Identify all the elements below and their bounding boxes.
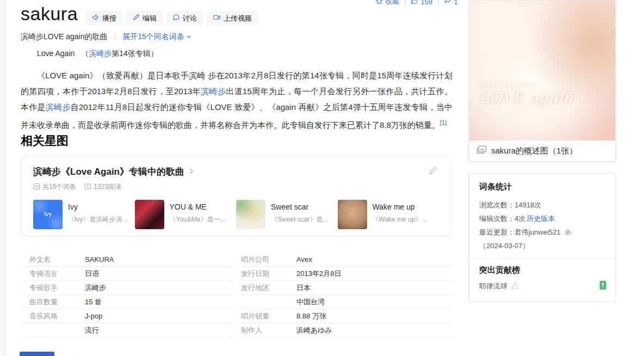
info-column-left: 外文名SAKURA 专辑语言日语 专辑歌手滨崎步 曲目数量15 首 音乐风格J-…	[21, 253, 232, 337]
starmap-item-wake-me-up[interactable]: Wake me up 《Wake me up》...	[338, 200, 439, 229]
favorite-button[interactable]: 收藏	[375, 0, 399, 7]
info-label: 专辑语言	[29, 269, 72, 279]
toolbar-divider: |	[404, 0, 406, 6]
starmap-item-sweet-scar[interactable]: Sweet scar 《Sweet scar》是...	[236, 200, 338, 229]
album-cover-image[interactable]: ayumi hamasaki LOVE again	[469, 1, 615, 140]
speaker-icon	[92, 14, 100, 23]
info-label: 音乐风格	[29, 311, 72, 321]
cover-caption-bar[interactable]: sakura的概述图（1张）	[469, 140, 615, 161]
updater-link[interactable]: 君伟junwei521	[515, 225, 561, 239]
star-icon	[375, 0, 383, 7]
share-button[interactable]: 1	[444, 0, 457, 7]
entry-count-label: 共15个词条	[42, 182, 76, 192]
entry-subtitle: 滨崎步LOVE again的歌曲	[21, 32, 108, 42]
pencil-icon	[132, 14, 140, 23]
starmap-item-you-and-me[interactable]: YOU & ME 《You&Me》是一...	[135, 200, 237, 229]
basic-info-table: 外文名SAKURA 专辑语言日语 专辑歌手滨崎步 曲目数量15 首 音乐风格J-…	[21, 253, 453, 337]
album-cover-overlay-text: ayumi hamasaki LOVE again	[479, 81, 573, 106]
views-label: 浏览次数：	[479, 198, 515, 212]
song-thumbnail-sweet-scar	[236, 200, 265, 229]
cover-title-text: LOVE again	[479, 89, 573, 106]
song-desc: 《You&Me》是一...	[170, 215, 235, 224]
info-label: 专辑歌手	[29, 283, 72, 293]
expand-synonyms-link[interactable]: 展开15个同名词条	[122, 32, 192, 42]
song-desc: 《Wake me up》...	[373, 215, 438, 224]
upload-video-label: 上传视频	[224, 14, 252, 23]
broadcast-button[interactable]: 播报	[86, 11, 122, 26]
inline-artist-link-1[interactable]: 滨崎步	[201, 87, 226, 96]
favorite-label: 收藏	[385, 0, 399, 7]
stats-heading: 词条统计	[479, 182, 605, 192]
info-value: 8.88 万张	[296, 311, 326, 321]
updated-date: （2024-03-07）	[479, 239, 530, 253]
edit-label: 编辑	[143, 14, 157, 23]
artist-link[interactable]: 滨崎步	[89, 49, 112, 58]
book-icon	[84, 183, 91, 192]
info-value: Avex	[296, 255, 312, 263]
info-column-right: 唱片公司Avex 发行日期2013年2月8日 发行地区日本 中国台湾 唱片销量8…	[241, 253, 453, 337]
info-label: 唱片公司	[241, 255, 283, 265]
edit-button[interactable]: 编辑	[126, 11, 163, 26]
info-row: 专辑语言日语	[21, 267, 232, 281]
starmap-card-title-row[interactable]: 滨崎步《Love Again》专辑中的歌曲	[33, 165, 439, 178]
updated-date-row: （2024-03-07）	[479, 239, 605, 253]
summary-paragraph: 《LOVE again》（致爱再献）是日本歌手滨崎 步在2013年2月8日发行的…	[21, 67, 453, 133]
gallery-icon	[476, 145, 487, 156]
inline-artist-link-2[interactable]: 滨崎步	[46, 102, 71, 112]
top-right-toolbar: 收藏 | 159 | 1	[375, 0, 458, 7]
info-label: 制作人	[241, 326, 283, 335]
chat-icon	[172, 14, 180, 23]
info-value: 日语	[85, 269, 99, 279]
contributor-link[interactable]: 耶律流肆	[479, 281, 507, 291]
title-action-bar: 播报 编辑 讨论 上传视频	[86, 11, 258, 26]
info-row: 唱片公司Avex	[241, 253, 453, 267]
starmap-item-row: Ivy Ivy 《Ivy》是滨崎步演... YOU & ME 《You&Me》是…	[33, 200, 439, 229]
level-badge-icon	[511, 281, 519, 291]
info-label: 曲目数量	[29, 297, 72, 307]
broadcast-label: 播报	[102, 14, 116, 23]
info-value: SAKURA	[85, 255, 114, 263]
updated-row: 最近更新： 君伟junwei521	[479, 225, 605, 239]
info-row: 发行地区日本	[241, 281, 453, 295]
subtitle-divider: |	[114, 33, 116, 41]
like-button[interactable]: 159	[411, 0, 432, 7]
album-cover-module[interactable]: ayumi hamasaki LOVE again sakura的概述图（1张）	[469, 0, 616, 162]
starmap-section-heading: 相关星图	[21, 133, 69, 149]
song-title: Ivy	[68, 202, 133, 211]
cover-caption-label: sakura的概述图（1张）	[491, 146, 577, 156]
contributors-section: 突出贡献榜 耶律流肆	[469, 258, 615, 296]
cover-artist-text: ayumi hamasaki	[479, 81, 573, 88]
info-row: 发行日期2013年2月8日	[241, 267, 453, 281]
page-title: sakura	[21, 3, 78, 24]
discuss-button[interactable]: 讨论	[166, 11, 203, 26]
gear-icon	[564, 229, 572, 236]
song-thumbnail-you-and-me	[135, 200, 164, 229]
synonym-entry-name: Love Again	[37, 49, 75, 58]
views-row: 浏览次数： 14918次	[479, 198, 605, 212]
info-label: 唱片销量	[241, 311, 283, 321]
song-thumbnail-ivy: Ivy	[33, 200, 63, 229]
starmap-item-ivy[interactable]: Ivy Ivy 《Ivy》是滨崎步演...	[33, 200, 135, 229]
reference-link[interactable]: [1]	[440, 119, 447, 126]
entry-stats-module: 词条统计 浏览次数： 14918次 编辑次数： 4次 历史版本 最近更新： 君伟…	[469, 173, 616, 302]
info-label: 发行地区	[241, 283, 283, 293]
edits-row: 编辑次数： 4次 历史版本	[479, 212, 605, 225]
starmap-card-title: 滨崎步《Love Again》专辑中的歌曲	[33, 165, 184, 178]
starmap-edit-button[interactable]	[428, 165, 438, 177]
read-count-label: 1323阅读	[94, 182, 121, 192]
summary-text: 自2012年11月8日起发行的迷你专辑《LOVE 致爱》、《again 再献》之…	[21, 102, 453, 130]
info-value: 浜崎あゆみ	[296, 326, 332, 335]
entry-count: 共15个词条	[33, 182, 76, 192]
upload-video-button[interactable]: 上传视频	[207, 11, 258, 26]
contribution-pen-badge[interactable]	[599, 280, 606, 292]
history-versions-link[interactable]: 历史版本	[527, 212, 555, 225]
contributors-heading: 突出贡献榜	[479, 265, 605, 275]
info-value: 日本	[296, 283, 311, 293]
song-desc: 《Ivy》是滨崎步演...	[68, 215, 133, 224]
chevron-right-icon	[188, 167, 195, 177]
like-count: 159	[420, 0, 432, 6]
starmap-card-meta: 共15个词条 1323阅读	[33, 182, 439, 192]
chevron-down-icon	[186, 33, 192, 41]
toolbar-divider: |	[437, 0, 439, 6]
info-row: 音乐风格J-pop	[21, 309, 232, 323]
